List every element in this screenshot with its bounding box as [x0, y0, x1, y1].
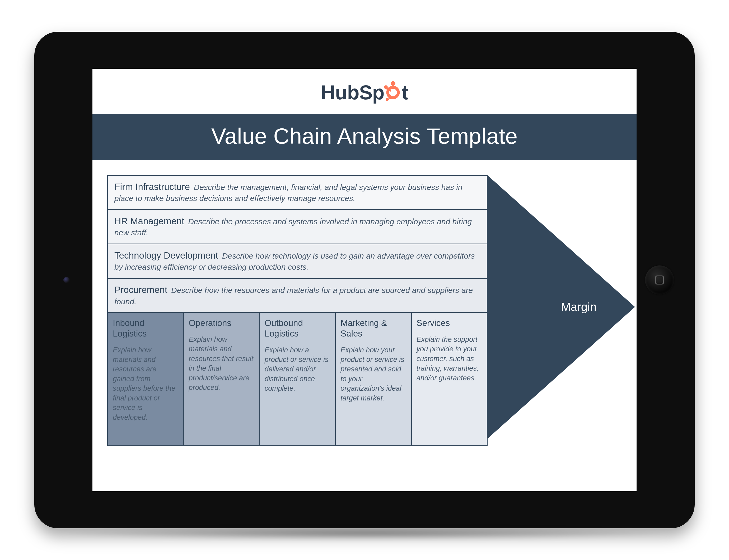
home-button[interactable] — [645, 265, 674, 295]
primary-label: Inbound Logistics — [113, 318, 178, 339]
margin-label: Margin — [561, 300, 597, 314]
support-row-firm-infrastructure: Firm Infrastructure Describe the managem… — [108, 176, 487, 210]
camera-icon — [63, 277, 70, 283]
support-row-procurement: Procurement Describe how the resources a… — [108, 279, 487, 313]
primary-col-outbound-logistics: Outbound Logistics Explain how a product… — [260, 313, 336, 445]
hubspot-logo: HubSp t — [321, 81, 408, 104]
support-row-hr-management: HR Management Describe the processes and… — [108, 210, 487, 244]
support-label: Firm Infrastructure — [114, 181, 190, 192]
support-activities: Firm Infrastructure Describe the managem… — [107, 175, 488, 313]
screen: HubSp t — [92, 69, 637, 491]
primary-col-services: Services Explain the support you provide… — [412, 313, 487, 445]
primary-col-inbound-logistics: Inbound Logistics Explain how materials … — [108, 313, 184, 445]
primary-label: Services — [417, 318, 482, 328]
margin-arrow: Margin — [487, 175, 635, 439]
primary-desc: Explain how materials and resources that… — [189, 335, 254, 393]
tablet-frame: HubSp t — [34, 32, 695, 528]
svg-marker-7 — [487, 175, 635, 439]
support-label: Procurement — [114, 284, 167, 295]
page-title: Value Chain Analysis Template — [211, 124, 518, 148]
support-desc: Describe how the resources and materials… — [114, 286, 473, 306]
primary-label: Operations — [189, 318, 254, 328]
sprocket-icon — [383, 81, 403, 102]
support-label: Technology Development — [114, 250, 218, 260]
support-label: HR Management — [114, 216, 184, 226]
logo-row: HubSp t — [92, 69, 637, 114]
tablet-shadow — [61, 527, 668, 540]
title-bar: Value Chain Analysis Template — [92, 114, 637, 160]
primary-desc: Explain how materials and resources are … — [113, 345, 178, 422]
primary-label: Outbound Logistics — [265, 318, 330, 339]
home-square-icon — [655, 276, 664, 284]
primary-col-marketing-sales: Marketing & Sales Explain how your produ… — [336, 313, 412, 445]
primary-desc: Explain the support you provide to your … — [417, 335, 482, 383]
logo-text-pre: HubSp — [321, 81, 384, 104]
primary-activities: Inbound Logistics Explain how materials … — [107, 313, 488, 446]
support-row-technology-development: Technology Development Describe how tech… — [108, 244, 487, 279]
primary-label: Marketing & Sales — [340, 318, 406, 339]
primary-col-operations: Operations Explain how materials and res… — [184, 313, 260, 445]
svg-point-5 — [386, 98, 389, 101]
value-chain-diagram: Firm Infrastructure Describe the managem… — [92, 160, 637, 446]
svg-rect-2 — [392, 85, 394, 89]
primary-desc: Explain how your product or service is p… — [340, 345, 406, 403]
primary-desc: Explain how a product or service is deli… — [265, 345, 330, 393]
